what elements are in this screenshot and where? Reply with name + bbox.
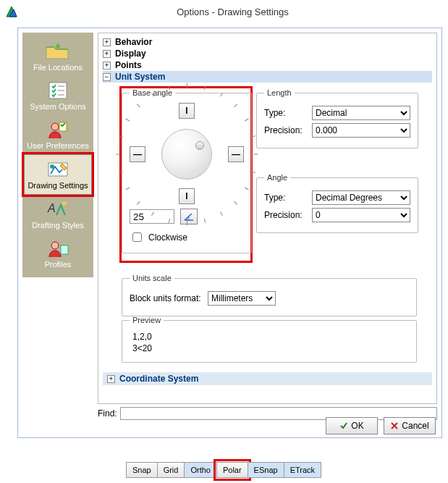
folder-icon [45, 41, 71, 62]
sidebar-item-label: System Options [24, 102, 92, 111]
angle-precision-label: Precision: [264, 210, 312, 220]
cancel-button[interactable]: Cancel [384, 417, 436, 434]
length-type-select[interactable]: Decimal [312, 106, 410, 120]
length-group: Length Type: Decimal Precision: 0.000 [256, 88, 418, 148]
length-precision-label: Precision: [264, 125, 312, 135]
dial-area: I — — I [130, 103, 244, 204]
x-icon [390, 421, 399, 430]
angle-legend: Angle [264, 173, 290, 182]
status-ortho[interactable]: Ortho [184, 462, 217, 478]
angle-up-button[interactable]: I [179, 103, 195, 119]
tree-unit-system[interactable]: − Unit System [103, 71, 432, 83]
settings-tree: + Behavior + Display + Points − Unit Sys… [98, 33, 437, 404]
clockwise-checkbox[interactable] [132, 232, 142, 242]
length-type-label: Type: [264, 108, 312, 118]
preview-legend: Preview [130, 316, 164, 324]
preview-line-1: 1,2,0 [132, 332, 406, 342]
angle-type-select[interactable]: Decimal Degrees [312, 190, 410, 205]
expand-icon[interactable]: + [103, 38, 111, 46]
status-polar[interactable]: Polar [216, 462, 248, 478]
expand-icon[interactable]: + [103, 62, 111, 70]
svg-point-6 [51, 123, 59, 130]
sidebar-item-label: Drawing Settings [26, 181, 90, 190]
svg-rect-11 [62, 202, 67, 205]
angle-down-button[interactable]: I [179, 188, 195, 204]
profile-icon [45, 238, 71, 259]
sidebar-item-drawing-settings[interactable]: Drawing Settings [24, 154, 92, 195]
tree-label: Unit System [115, 72, 165, 82]
app-icon [6, 6, 17, 17]
length-legend: Length [264, 88, 295, 97]
tree-label: Coordinate System [119, 374, 198, 384]
angle-type-label: Type: [264, 193, 312, 203]
sidebar-item-label: Drafting Styles [24, 221, 92, 230]
tree-points[interactable]: + Points [103, 59, 432, 71]
collapse-icon[interactable]: − [103, 73, 111, 81]
base-angle-input[interactable] [130, 209, 174, 224]
tree-label: Display [115, 49, 146, 59]
svg-point-9 [50, 164, 54, 169]
check-icon [339, 421, 348, 430]
angle-dial[interactable] [161, 129, 212, 180]
sidebar-item-drafting-styles[interactable]: A Drafting Styles [22, 195, 93, 234]
checklist-icon [45, 80, 71, 101]
preview-group: Preview 1,2,0 3<20 [122, 316, 417, 370]
angle-precision-select[interactable]: 0 [312, 208, 410, 222]
sidebar-item-profiles[interactable]: Profiles [22, 234, 93, 273]
sidebar: File Locations System Options User Prefe… [22, 33, 93, 277]
sidebar-item-file-locations[interactable]: File Locations [22, 37, 93, 76]
status-etrack[interactable]: ETrack [284, 462, 321, 478]
titlebar: Options - Drawing Settings [0, 0, 448, 23]
sidebar-item-label: User Preferences [24, 141, 92, 150]
user-icon [45, 119, 71, 140]
angle-group: Angle Type: Decimal Degrees Precision: 0 [256, 173, 418, 233]
styles-icon: A [45, 199, 71, 219]
svg-rect-13 [61, 245, 68, 254]
length-precision-select[interactable]: 0.000 [312, 123, 410, 138]
expand-icon[interactable]: + [103, 50, 111, 58]
options-panel: File Locations System Options User Prefe… [17, 28, 442, 438]
status-snap[interactable]: Snap [126, 462, 158, 478]
drawing-icon [45, 159, 71, 180]
ok-label: OK [351, 421, 363, 431]
base-angle-group: Base angle I — — I [122, 88, 250, 261]
sidebar-item-system-options[interactable]: System Options [22, 76, 93, 115]
sidebar-item-label: File Locations [24, 63, 92, 72]
block-units-select[interactable]: Millimeters [208, 291, 276, 306]
tree-label: Points [115, 60, 142, 70]
tree-behavior[interactable]: + Behavior [103, 36, 432, 48]
tree-label: Behavior [115, 37, 152, 47]
statusbar: Snap Grid Ortho Polar ESnap ETrack [0, 460, 448, 480]
tree-coordinate-system[interactable]: + Coordinate System [103, 372, 432, 385]
angle-icon [183, 211, 195, 222]
units-scale-legend: Units scale [130, 274, 174, 282]
dialog-buttons: OK Cancel [326, 417, 436, 434]
ok-button[interactable]: OK [326, 417, 378, 434]
pick-angle-button[interactable] [180, 209, 198, 224]
angle-left-button[interactable]: — [130, 146, 145, 162]
svg-text:A: A [47, 202, 56, 214]
status-grid[interactable]: Grid [157, 462, 185, 478]
status-esnap[interactable]: ESnap [248, 462, 284, 478]
sidebar-item-label: Profiles [24, 260, 92, 269]
angle-right-button[interactable]: — [228, 146, 244, 162]
cancel-label: Cancel [402, 421, 428, 431]
preview-line-2: 3<20 [132, 343, 406, 353]
clockwise-label: Clockwise [148, 232, 187, 243]
tree-display[interactable]: + Display [103, 48, 432, 59]
find-label: Find: [98, 408, 117, 419]
right-column: Length Type: Decimal Precision: 0.000 An… [256, 88, 418, 240]
block-units-label: Block units format: [130, 293, 208, 303]
sidebar-item-user-prefs[interactable]: User Preferences [22, 115, 93, 154]
expand-icon[interactable]: + [107, 375, 115, 383]
svg-point-12 [51, 242, 59, 249]
window-title: Options - Drawing Settings [23, 7, 442, 17]
